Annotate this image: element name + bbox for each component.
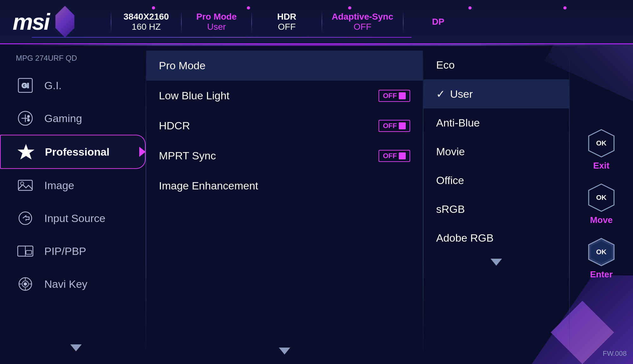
logo: msi [13, 10, 49, 33]
eco-label: Eco [436, 59, 455, 71]
hdcr-off-text: OFF [383, 122, 397, 130]
image-icon [16, 176, 35, 195]
sidebar-item-image[interactable]: Image [0, 169, 146, 202]
low-blue-light-indicator [399, 92, 406, 99]
header-hdr: HDR OFF [261, 11, 312, 32]
mprt-sync-toggle[interactable]: OFF [379, 150, 410, 162]
right-item-movie[interactable]: Movie [423, 137, 569, 166]
header-dot-4 [468, 6, 472, 9]
header-connector [32, 37, 411, 38]
svg-point-6 [28, 119, 29, 121]
input-icon [16, 209, 35, 228]
header-dot-5 [563, 6, 567, 9]
star-icon [16, 142, 35, 161]
logo-area: msi [13, 6, 101, 38]
header-resolution: 3840X2160 160 HZ [121, 11, 172, 32]
exit-hex: OK [587, 129, 616, 157]
move-button[interactable]: OK Move [587, 183, 616, 225]
right-panel: Eco ✓ User Anti-Blue Movie Office sRGB A… [423, 44, 569, 364]
sidebar-label-input-source: Input Source [44, 212, 105, 225]
middle-down-arrow [279, 348, 290, 355]
right-item-office[interactable]: Office [423, 166, 569, 195]
header-dot-1 [152, 6, 155, 9]
svg-marker-7 [18, 145, 34, 159]
svg-rect-12 [26, 250, 32, 254]
resolution-line2: 160 HZ [132, 22, 161, 32]
pip-icon [16, 242, 35, 261]
sidebar-item-pip-pbp[interactable]: PIP/PBP [0, 235, 146, 268]
sidebar-down-arrow [70, 344, 82, 351]
hdcr-indicator [399, 122, 406, 129]
sidebar-item-input-source[interactable]: Input Source [0, 202, 146, 235]
sidebar-label-gaming: Gaming [44, 112, 82, 125]
sidebar-label-professional: Professional [45, 146, 110, 158]
low-blue-light-toggle[interactable]: OFF [379, 90, 410, 102]
enter-button[interactable]: OK Enter [587, 238, 616, 280]
dp-label: DP [432, 16, 444, 27]
right-item-adobe-rgb[interactable]: Adobe RGB [423, 224, 569, 252]
enter-label: Enter [590, 269, 613, 280]
sidebar-label-pip-pbp: PIP/PBP [44, 245, 86, 257]
right-item-anti-blue[interactable]: Anti-Blue [423, 108, 569, 137]
exit-button[interactable]: OK Exit [587, 129, 616, 171]
enter-hex: OK [587, 238, 616, 266]
svg-text:GI: GI [22, 82, 29, 89]
mprt-sync-off-text: OFF [383, 152, 397, 160]
exit-ok-text: OK [596, 139, 607, 147]
menu-item-low-blue-light[interactable]: Low Blue Light OFF [146, 81, 423, 111]
move-ok-text: OK [596, 194, 607, 202]
move-label: Move [590, 215, 613, 225]
header-dp: DP [413, 16, 464, 27]
divider-2 [181, 11, 182, 33]
movie-label: Movie [436, 145, 465, 158]
sidebar-item-gaming[interactable]: Gaming [0, 102, 146, 135]
user-label: User [450, 88, 473, 100]
sidebar: MPG 274URF QD GI G.I. [0, 44, 146, 364]
adobe-rgb-label: Adobe RGB [436, 232, 493, 244]
adaptive-sync-label: Adaptive-Sync [332, 11, 393, 22]
sidebar-item-gi[interactable]: GI G.I. [0, 69, 146, 102]
fw-version: FW.008 [603, 349, 627, 358]
office-label: Office [436, 174, 464, 187]
divider-4 [322, 11, 322, 33]
menu-item-hdcr[interactable]: HDCR OFF [146, 111, 423, 141]
svg-point-5 [28, 115, 29, 117]
right-item-eco[interactable]: Eco [423, 51, 569, 79]
divider-5 [403, 11, 404, 33]
gaming-icon [16, 109, 35, 128]
srgb-label: sRGB [436, 203, 465, 215]
hdcr-toggle[interactable]: OFF [379, 120, 410, 132]
pro-mode-value: User [207, 22, 226, 32]
menu-item-image-enhancement[interactable]: Image Enhancement [146, 171, 423, 201]
right-item-srgb[interactable]: sRGB [423, 195, 569, 224]
main-content: MPG 274URF QD GI G.I. [0, 44, 633, 364]
right-down-arrow [491, 259, 502, 266]
navi-icon [16, 275, 35, 293]
hdr-value: OFF [278, 22, 296, 32]
gi-icon: GI [16, 76, 35, 95]
header: msi 3840X2160 160 HZ Pro Mode User HDR O… [0, 0, 633, 44]
menu-item-pro-mode[interactable]: Pro Mode [146, 51, 423, 81]
anti-blue-label: Anti-Blue [436, 117, 480, 129]
divider-1 [111, 11, 111, 33]
svg-point-9 [21, 182, 24, 185]
adaptive-sync-value: OFF [354, 22, 371, 32]
header-dot-2 [247, 6, 250, 9]
sidebar-item-professional[interactable]: Professional [0, 135, 146, 169]
svg-point-10 [19, 212, 32, 225]
middle-panel: Pro Mode Low Blue Light OFF HDCR OFF MPR… [146, 44, 423, 364]
low-blue-light-off-text: OFF [383, 92, 397, 100]
header-dot-3 [348, 6, 351, 9]
check-icon: ✓ [436, 88, 445, 100]
pro-mode-menu-label: Pro Mode [159, 59, 205, 72]
monitor-label: MPG 274URF QD [0, 54, 146, 69]
low-blue-light-label: Low Blue Light [159, 89, 229, 102]
right-item-user[interactable]: ✓ User [423, 79, 569, 108]
sidebar-item-navi-key[interactable]: Navi Key [0, 268, 146, 300]
mprt-sync-indicator [399, 152, 406, 159]
enter-ok-text: OK [596, 248, 607, 256]
hdr-label: HDR [277, 11, 297, 22]
svg-rect-8 [18, 180, 32, 190]
divider-3 [251, 11, 252, 33]
menu-item-mprt-sync[interactable]: MPRT Sync OFF [146, 141, 423, 171]
